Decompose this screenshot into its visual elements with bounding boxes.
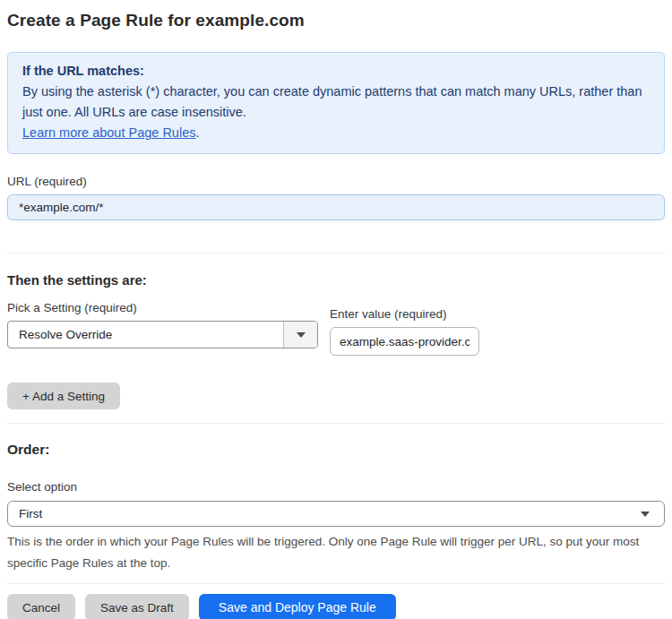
setting-picker-column: Pick a Setting (required) Resolve Overri… bbox=[7, 300, 318, 348]
cancel-button[interactable]: Cancel bbox=[7, 594, 75, 619]
section-divider bbox=[7, 423, 665, 424]
order-help-text: This is the order in which your Page Rul… bbox=[7, 531, 665, 574]
add-setting-button[interactable]: + Add a Setting bbox=[7, 383, 120, 409]
url-match-info-box: If the URL matches: By using the asteris… bbox=[7, 52, 665, 154]
section-divider bbox=[7, 253, 665, 254]
order-selected-value: First bbox=[19, 507, 641, 520]
learn-more-link[interactable]: Learn more about Page Rules bbox=[22, 125, 195, 140]
setting-value-column: Enter value (required) bbox=[330, 306, 479, 356]
chevron-down-icon bbox=[297, 332, 306, 338]
setting-picker-dropdown[interactable]: Resolve Override bbox=[7, 321, 318, 348]
info-box-heading: If the URL matches: bbox=[22, 61, 650, 82]
footer-divider bbox=[7, 583, 665, 584]
setting-value-label: Enter value (required) bbox=[330, 306, 479, 322]
page-title: Create a Page Rule for example.com bbox=[7, 11, 665, 30]
setting-picker-label: Pick a Setting (required) bbox=[7, 300, 318, 315]
create-page-rule-panel: Create a Page Rule for example.com If th… bbox=[0, 0, 672, 619]
info-box-link-line: Learn more about Page Rules. bbox=[22, 123, 650, 143]
setting-picker-arrow-segment[interactable] bbox=[283, 322, 317, 348]
setting-picker-selected-value: Resolve Override bbox=[8, 322, 283, 348]
info-box-body: By using the asterisk (*) character, you… bbox=[22, 82, 650, 123]
url-input[interactable] bbox=[7, 194, 665, 220]
settings-section-heading: Then the settings are: bbox=[7, 272, 665, 288]
footer-button-row: Cancel Save as Draft Save and Deploy Pag… bbox=[7, 594, 665, 619]
url-field-label: URL (required) bbox=[7, 174, 665, 189]
order-select-label: Select option bbox=[7, 479, 665, 494]
chevron-down-icon bbox=[641, 512, 650, 517]
link-period: . bbox=[195, 125, 199, 140]
save-as-draft-button[interactable]: Save as Draft bbox=[85, 594, 189, 619]
setting-value-input[interactable] bbox=[330, 327, 479, 356]
save-and-deploy-button[interactable]: Save and Deploy Page Rule bbox=[199, 594, 396, 619]
settings-row: Pick a Setting (required) Resolve Overri… bbox=[7, 300, 665, 356]
order-select-dropdown[interactable]: First bbox=[7, 501, 665, 527]
order-section-heading: Order: bbox=[7, 442, 665, 458]
